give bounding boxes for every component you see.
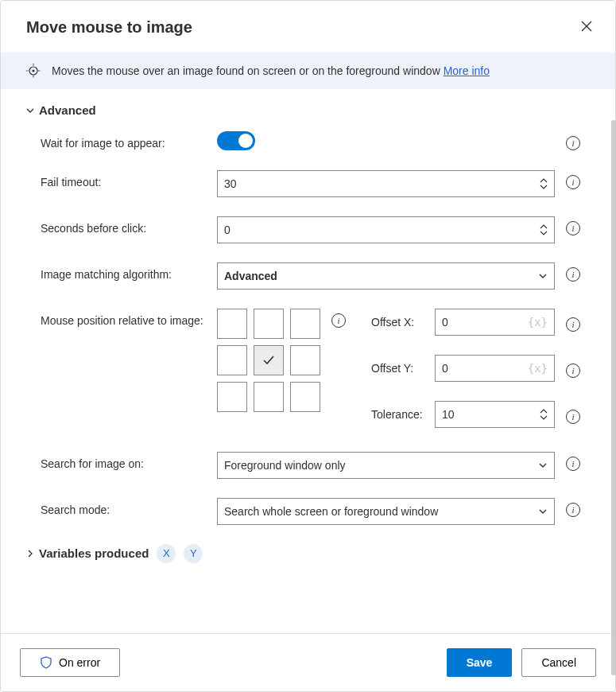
- dialog-header: Move mouse to image: [1, 1, 615, 52]
- label-search-mode: Search mode:: [26, 498, 217, 518]
- close-button[interactable]: [577, 17, 596, 38]
- chevron-down-icon: [538, 507, 548, 516]
- cancel-button[interactable]: Cancel: [521, 648, 596, 677]
- target-icon: [26, 64, 41, 78]
- shield-icon: [40, 656, 52, 669]
- dialog-title: Move mouse to image: [26, 18, 192, 37]
- variable-pill-x[interactable]: X: [157, 544, 176, 563]
- spinner-buttons[interactable]: [540, 224, 548, 235]
- info-icon[interactable]: i: [331, 313, 346, 328]
- info-icon[interactable]: i: [566, 136, 580, 150]
- info-icon[interactable]: i: [566, 410, 580, 424]
- select-matching-algorithm[interactable]: Advanced: [217, 262, 555, 290]
- input-offset-y[interactable]: 0 {x}: [435, 355, 555, 382]
- section-advanced-toggle[interactable]: Advanced: [26, 103, 580, 117]
- chevron-up-icon: [540, 409, 548, 414]
- chevron-down-icon: [540, 230, 548, 235]
- banner-text: Moves the mouse over an image found on s…: [52, 64, 490, 77]
- input-tolerance[interactable]: 10: [435, 401, 555, 428]
- close-icon: [580, 20, 593, 33]
- spinner-buttons[interactable]: [540, 409, 548, 420]
- section-variables-toggle[interactable]: Variables produced: [26, 546, 149, 560]
- info-icon[interactable]: i: [566, 363, 580, 378]
- variable-hint-icon[interactable]: {x}: [528, 316, 548, 329]
- toggle-wait-for-image[interactable]: [217, 131, 255, 150]
- info-icon[interactable]: i: [566, 503, 580, 517]
- info-icon[interactable]: i: [566, 221, 580, 235]
- position-middle-center[interactable]: [254, 345, 284, 375]
- info-icon[interactable]: i: [566, 175, 580, 189]
- position-middle-left[interactable]: [217, 345, 247, 375]
- input-seconds-before-click[interactable]: 0: [217, 216, 555, 243]
- on-error-button[interactable]: On error: [20, 648, 120, 677]
- chevron-up-icon: [540, 178, 548, 184]
- info-icon[interactable]: i: [566, 317, 580, 332]
- info-banner: Moves the mouse over an image found on s…: [1, 52, 615, 89]
- position-bottom-right[interactable]: [290, 382, 320, 412]
- position-top-center[interactable]: [254, 309, 284, 339]
- position-top-left[interactable]: [217, 309, 247, 339]
- save-button[interactable]: Save: [447, 648, 513, 677]
- position-grid: [217, 309, 320, 412]
- dialog-body: Advanced Wait for image to appear: i Fai…: [1, 89, 615, 633]
- position-middle-right[interactable]: [290, 345, 320, 375]
- variable-hint-icon[interactable]: {x}: [528, 362, 548, 375]
- label-tolerance: Tolerance:: [371, 408, 435, 421]
- chevron-up-icon: [540, 224, 548, 230]
- label-search-on: Search for image on:: [26, 452, 217, 472]
- info-icon[interactable]: i: [566, 457, 580, 471]
- chevron-down-icon: [540, 414, 548, 420]
- label-mouse-position: Mouse position relative to image:: [26, 309, 217, 329]
- label-seconds-before-click: Seconds before click:: [26, 216, 217, 236]
- info-icon[interactable]: i: [566, 267, 580, 282]
- dialog-move-mouse-to-image: Move mouse to image Moves the mouse over…: [0, 0, 616, 692]
- chevron-down-icon: [26, 107, 34, 115]
- input-offset-x[interactable]: 0 {x}: [435, 309, 555, 336]
- label-fail-timeout: Fail timeout:: [26, 170, 217, 190]
- chevron-down-icon: [538, 271, 548, 281]
- check-icon: [262, 353, 276, 367]
- position-bottom-center[interactable]: [254, 382, 284, 412]
- chevron-down-icon: [538, 461, 548, 470]
- variable-pill-y[interactable]: Y: [184, 544, 203, 563]
- svg-point-1: [32, 69, 34, 72]
- label-offset-y: Offset Y:: [371, 362, 435, 375]
- chevron-right-icon: [26, 550, 34, 558]
- spinner-buttons[interactable]: [540, 178, 548, 189]
- select-search-mode[interactable]: Search whole screen or foreground window: [217, 498, 555, 525]
- more-info-link[interactable]: More info: [444, 64, 490, 77]
- select-search-on[interactable]: Foreground window only: [217, 452, 555, 479]
- label-offset-x: Offset X:: [371, 316, 435, 329]
- dialog-footer: On error Save Cancel: [1, 633, 615, 691]
- label-matching-algorithm: Image matching algorithm:: [26, 262, 217, 282]
- position-top-right[interactable]: [290, 309, 320, 339]
- input-fail-timeout[interactable]: 30: [217, 170, 555, 197]
- label-wait-for-image: Wait for image to appear:: [26, 131, 217, 151]
- position-bottom-left[interactable]: [217, 382, 247, 412]
- chevron-down-icon: [540, 184, 548, 189]
